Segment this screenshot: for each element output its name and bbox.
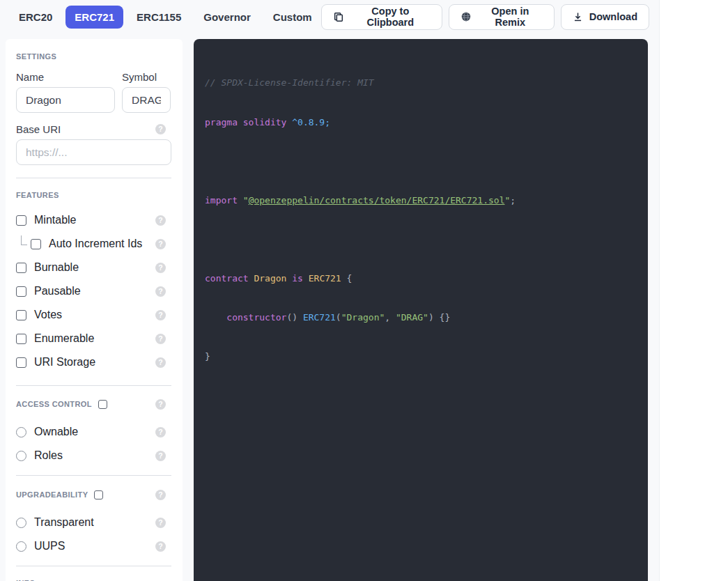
uri-storage-label[interactable]: URI Storage bbox=[34, 356, 95, 369]
transparent-radio[interactable] bbox=[16, 518, 26, 528]
mintable-label[interactable]: Mintable bbox=[34, 214, 76, 226]
auto-increment-ids-checkbox[interactable] bbox=[31, 239, 41, 249]
votes-label[interactable]: Votes bbox=[34, 309, 62, 321]
auto-increment-ids-label[interactable]: Auto Increment Ids bbox=[49, 238, 142, 250]
upgradeability-section-title: Upgradeability bbox=[16, 490, 88, 499]
code-comment: // SPDX-License-Identifier: MIT bbox=[205, 77, 374, 88]
access-control-header-row: Access Control ? bbox=[16, 398, 171, 410]
feature-row-uri-storage: URI Storage ? bbox=[16, 354, 171, 371]
pausable-checkbox[interactable] bbox=[16, 286, 26, 297]
base-uri-field-label: Base URI bbox=[16, 123, 61, 135]
code-token: ( bbox=[336, 312, 341, 323]
code-line: contract Dragon is ERC721 { bbox=[205, 272, 641, 286]
toolbar-actions: Copy to Clipboard Open in Remix bbox=[321, 4, 649, 30]
name-input[interactable] bbox=[16, 87, 115, 113]
code-token: ; bbox=[510, 195, 516, 206]
burnable-help-icon[interactable]: ? bbox=[155, 263, 166, 273]
code-panel: // SPDX-License-Identifier: MIT pragma s… bbox=[194, 39, 648, 581]
upgradeability-header-row: Upgradeability ? bbox=[16, 488, 171, 501]
upgrade-option-transparent: Transparent ? bbox=[16, 514, 171, 531]
code-line: pragma solidity ^0.8.9; bbox=[205, 116, 641, 130]
top-bar: ERC20 ERC721 ERC1155 Governor Custom Cop… bbox=[0, 0, 660, 33]
code-token: } bbox=[205, 351, 210, 362]
uri-storage-help-icon[interactable]: ? bbox=[155, 357, 166, 368]
votes-checkbox[interactable] bbox=[16, 310, 26, 320]
upgradeability-help-icon[interactable]: ? bbox=[155, 490, 166, 500]
code-token: is bbox=[286, 273, 308, 284]
mintable-checkbox[interactable] bbox=[16, 215, 26, 226]
votes-help-icon[interactable]: ? bbox=[155, 310, 166, 320]
access-control-checkbox[interactable] bbox=[98, 400, 107, 409]
open-in-remix-button[interactable]: Open in Remix bbox=[449, 4, 555, 30]
download-button[interactable]: Download bbox=[561, 4, 649, 30]
access-control-help-icon[interactable]: ? bbox=[155, 399, 166, 410]
enumerable-checkbox[interactable] bbox=[16, 334, 26, 344]
code-token: "Dragon" bbox=[341, 312, 385, 323]
feature-row-mintable: Mintable ? bbox=[16, 212, 171, 228]
uups-label[interactable]: UUPS bbox=[34, 540, 65, 552]
code-token: pragma solidity bbox=[205, 117, 292, 127]
transparent-help-icon[interactable]: ? bbox=[155, 518, 166, 528]
code-token: () bbox=[286, 312, 302, 323]
code-token: { bbox=[341, 273, 353, 284]
symbol-input[interactable] bbox=[122, 87, 171, 113]
upgradeability-checkbox[interactable] bbox=[94, 490, 103, 499]
tab-governor[interactable]: Governor bbox=[194, 6, 260, 29]
tab-erc20[interactable]: ERC20 bbox=[10, 6, 61, 29]
settings-sidebar: Settings Name Symbol Base URI ? Features… bbox=[6, 39, 183, 581]
remix-logo-icon bbox=[460, 11, 472, 22]
roles-radio[interactable] bbox=[16, 451, 26, 461]
remix-button-label: Open in Remix bbox=[478, 6, 543, 28]
uups-radio[interactable] bbox=[16, 541, 26, 552]
feature-row-votes: Votes ? bbox=[16, 307, 171, 323]
tab-custom[interactable]: Custom bbox=[264, 6, 321, 29]
auto-increment-ids-help-icon[interactable]: ? bbox=[155, 239, 166, 249]
enumerable-label[interactable]: Enumerable bbox=[34, 332, 94, 345]
solidity-code: // SPDX-License-Identifier: MIT pragma s… bbox=[205, 51, 641, 389]
feature-row-auto-increment: Auto Increment Ids ? bbox=[16, 235, 171, 252]
base-uri-input[interactable] bbox=[16, 139, 171, 165]
feature-row-pausable: Pausable ? bbox=[16, 283, 171, 300]
burnable-label[interactable]: Burnable bbox=[34, 261, 79, 274]
code-token bbox=[205, 312, 226, 323]
base-uri-help-icon[interactable]: ? bbox=[155, 124, 166, 134]
copy-icon bbox=[333, 11, 344, 22]
ownable-label[interactable]: Ownable bbox=[34, 426, 78, 438]
ownable-radio[interactable] bbox=[16, 427, 26, 437]
features-section-title: Features bbox=[16, 191, 171, 199]
tab-erc1155[interactable]: ERC1155 bbox=[127, 6, 190, 29]
contract-kind-tabs: ERC20 ERC721 ERC1155 Governor Custom bbox=[10, 6, 321, 29]
tab-erc721[interactable]: ERC721 bbox=[65, 6, 123, 29]
code-token: , bbox=[385, 312, 396, 323]
divider bbox=[16, 566, 171, 566]
nested-connector-line bbox=[21, 235, 27, 245]
code-token: import bbox=[205, 195, 243, 206]
import-path-link[interactable]: @openzeppelin/contracts/token/ERC721/ERC… bbox=[249, 195, 505, 206]
symbol-field-label: Symbol bbox=[122, 71, 157, 83]
code-line: constructor() ERC721("Dragon", "DRAG") {… bbox=[205, 311, 641, 325]
pausable-help-icon[interactable]: ? bbox=[155, 286, 166, 297]
roles-label[interactable]: Roles bbox=[34, 449, 63, 462]
download-button-label: Download bbox=[589, 11, 637, 22]
roles-help-icon[interactable]: ? bbox=[155, 451, 166, 461]
enumerable-help-icon[interactable]: ? bbox=[155, 334, 166, 344]
copy-to-clipboard-button[interactable]: Copy to Clipboard bbox=[321, 4, 442, 30]
uri-storage-checkbox[interactable] bbox=[16, 357, 26, 368]
code-token: "DRAG" bbox=[396, 312, 428, 323]
access-option-roles: Roles ? bbox=[16, 447, 171, 464]
code-token: " bbox=[243, 195, 249, 206]
feature-row-burnable: Burnable ? bbox=[16, 259, 171, 276]
mintable-help-icon[interactable]: ? bbox=[155, 215, 166, 226]
divider bbox=[16, 475, 171, 476]
burnable-checkbox[interactable] bbox=[16, 263, 26, 273]
uups-help-icon[interactable]: ? bbox=[155, 541, 166, 552]
code-line: // SPDX-License-Identifier: MIT bbox=[205, 77, 641, 90]
pausable-label[interactable]: Pausable bbox=[34, 285, 81, 297]
settings-section-title: Settings bbox=[16, 52, 171, 61]
transparent-label[interactable]: Transparent bbox=[34, 516, 94, 529]
feature-row-enumerable: Enumerable ? bbox=[16, 330, 171, 347]
access-option-ownable: Ownable ? bbox=[16, 424, 171, 440]
ownable-help-icon[interactable]: ? bbox=[155, 427, 166, 437]
name-field-label: Name bbox=[16, 71, 122, 83]
code-line bbox=[205, 233, 641, 247]
